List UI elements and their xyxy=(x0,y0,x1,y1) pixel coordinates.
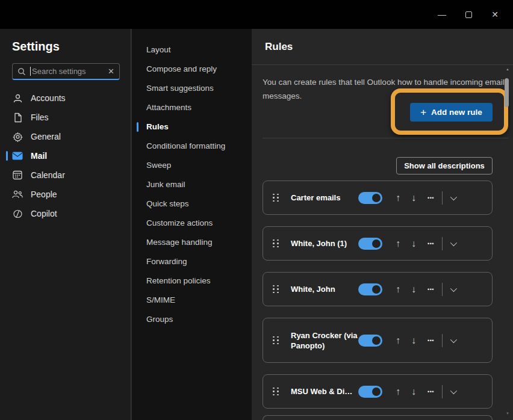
nav-item-layout[interactable]: Layout xyxy=(146,40,252,60)
sidebar-item-general[interactable]: General xyxy=(12,127,119,146)
rule-toggle[interactable] xyxy=(358,335,382,347)
nav-item-sweep[interactable]: Sweep xyxy=(146,156,252,175)
person-icon xyxy=(12,93,23,103)
rule-toggle[interactable] xyxy=(358,192,382,204)
rule-row-partial xyxy=(263,415,493,420)
sidebar-item-files[interactable]: Files xyxy=(12,108,119,127)
minimize-icon: — xyxy=(438,10,446,19)
sidebar-item-copilot[interactable]: Copilot xyxy=(12,204,119,223)
move-down-icon[interactable]: ↓ xyxy=(411,336,416,345)
rules-panel-header: Rules xyxy=(252,29,513,65)
more-options-icon[interactable]: ••• xyxy=(428,286,434,292)
nav-item-conditional-formatting[interactable]: Conditional formatting xyxy=(146,137,252,156)
sidebar-item-label: People xyxy=(31,190,57,199)
rule-name: MSU Web & Di… xyxy=(291,386,358,397)
move-down-icon[interactable]: ↓ xyxy=(411,285,416,294)
page-title: Rules xyxy=(265,41,293,53)
rule-toggle[interactable] xyxy=(358,283,382,295)
nav-item-attachments[interactable]: Attachments xyxy=(146,98,252,117)
chevron-down-icon[interactable] xyxy=(450,285,457,291)
file-icon xyxy=(12,112,23,123)
drag-handle-icon[interactable] xyxy=(272,336,279,345)
rule-row: Carter emails ↑ ↓ ••• xyxy=(263,181,493,215)
drag-handle-icon[interactable] xyxy=(272,388,279,396)
divider xyxy=(442,385,443,398)
more-options-icon[interactable]: ••• xyxy=(428,195,434,201)
mail-icon xyxy=(12,150,23,161)
add-new-rule-button[interactable]: + Add new rule xyxy=(410,103,493,122)
gear-icon xyxy=(12,131,23,142)
settings-sidebar: Settings ✕ Accounts Files General xyxy=(0,29,131,420)
rules-panel: Rules You can create rules that tell Out… xyxy=(252,29,513,420)
sidebar-item-accounts[interactable]: Accounts xyxy=(12,88,119,108)
scroll-down-icon[interactable]: ▼ xyxy=(505,412,510,415)
move-up-icon[interactable]: ↑ xyxy=(396,193,400,203)
sidebar-item-label: Files xyxy=(31,113,49,122)
more-options-icon[interactable]: ••• xyxy=(428,338,434,344)
rule-name: White, John (1) xyxy=(291,238,358,249)
sidebar-item-label: Calendar xyxy=(31,170,65,180)
search-settings-box[interactable]: ✕ xyxy=(12,63,120,80)
drag-handle-icon[interactable] xyxy=(272,194,279,202)
sidebar-item-mail[interactable]: Mail xyxy=(12,146,119,165)
nav-item-rules[interactable]: Rules xyxy=(146,117,252,137)
chevron-down-icon[interactable] xyxy=(450,239,457,246)
move-down-icon[interactable]: ↓ xyxy=(411,193,416,203)
divider xyxy=(263,138,509,138)
drag-handle-icon[interactable] xyxy=(272,239,279,248)
rule-toggle[interactable] xyxy=(358,238,382,250)
more-options-icon[interactable]: ••• xyxy=(428,389,434,395)
search-icon xyxy=(17,67,26,76)
plus-icon: + xyxy=(420,107,426,117)
maximize-button[interactable] xyxy=(455,4,482,25)
nav-item-customize-actions[interactable]: Customize actions xyxy=(146,214,252,233)
nav-item-junk-email[interactable]: Junk email xyxy=(146,175,252,194)
people-icon xyxy=(12,189,23,200)
move-up-icon[interactable]: ↑ xyxy=(396,336,400,345)
nav-item-quick-steps[interactable]: Quick steps xyxy=(146,194,252,214)
rule-toggle[interactable] xyxy=(358,386,382,398)
nav-item-compose-and-reply[interactable]: Compose and reply xyxy=(146,60,252,79)
sidebar-item-label: Mail xyxy=(31,151,47,161)
rule-name: Ryan Crocker (via Panopto) xyxy=(291,330,358,351)
divider xyxy=(442,283,443,296)
chevron-down-icon[interactable] xyxy=(450,387,457,394)
show-all-descriptions-button[interactable]: Show all descriptions xyxy=(396,157,493,174)
copilot-icon xyxy=(12,208,23,219)
window-titlebar: — ✕ xyxy=(0,0,513,29)
calendar-icon xyxy=(12,170,23,181)
nav-item-forwarding[interactable]: Forwarding xyxy=(146,252,252,271)
close-button[interactable]: ✕ xyxy=(482,4,508,25)
chevron-down-icon[interactable] xyxy=(450,336,457,342)
minimize-button[interactable]: — xyxy=(429,4,455,25)
scroll-up-icon[interactable]: ▲ xyxy=(505,67,510,71)
move-up-icon[interactable]: ↑ xyxy=(396,239,400,249)
search-input[interactable] xyxy=(32,67,105,76)
mail-settings-nav: Layout Compose and reply Smart suggestio… xyxy=(132,29,252,420)
maximize-icon xyxy=(465,11,472,18)
nav-item-retention-policies[interactable]: Retention policies xyxy=(146,271,252,291)
move-down-icon[interactable]: ↓ xyxy=(411,239,416,249)
move-up-icon[interactable]: ↑ xyxy=(396,387,400,397)
nav-item-smart-suggestions[interactable]: Smart suggestions xyxy=(146,79,252,98)
divider xyxy=(442,191,443,205)
sidebar-item-calendar[interactable]: Calendar xyxy=(12,165,119,185)
sidebar-item-label: Copilot xyxy=(31,209,57,218)
move-up-icon[interactable]: ↑ xyxy=(396,285,400,294)
sidebar-item-people[interactable]: People xyxy=(12,185,119,204)
clear-search-icon[interactable]: ✕ xyxy=(108,67,114,76)
nav-item-message-handling[interactable]: Message handling xyxy=(146,233,252,252)
settings-categories: Accounts Files General Mail Calendar xyxy=(12,88,119,223)
text-cursor xyxy=(30,67,31,76)
move-down-icon[interactable]: ↓ xyxy=(411,387,416,397)
rule-name: White, John xyxy=(291,284,358,294)
drag-handle-icon[interactable] xyxy=(272,285,279,294)
settings-title: Settings xyxy=(12,40,119,54)
scrollbar-thumb[interactable] xyxy=(505,78,509,107)
more-options-icon[interactable]: ••• xyxy=(428,241,434,247)
rule-row: Ryan Crocker (via Panopto) ↑ ↓ ••• xyxy=(263,318,493,363)
nav-item-groups[interactable]: Groups xyxy=(146,310,252,329)
rule-row: White, John ↑ ↓ ••• xyxy=(263,272,493,306)
nav-item-smime[interactable]: S/MIME xyxy=(146,291,252,310)
chevron-down-icon[interactable] xyxy=(450,193,457,200)
